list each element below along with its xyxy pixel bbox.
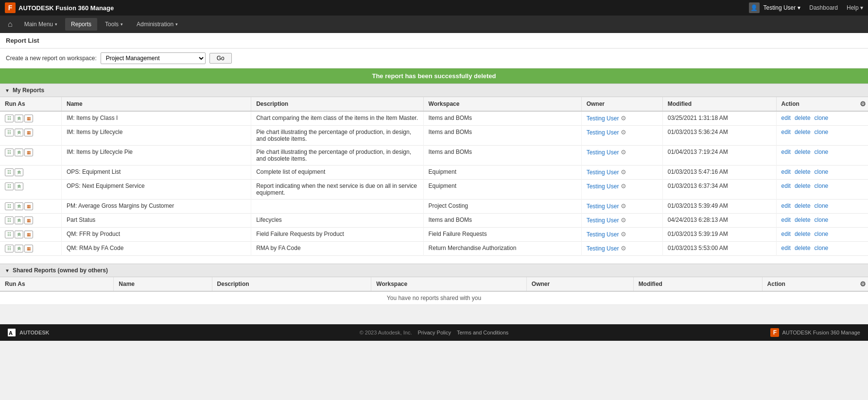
dashboard-link[interactable]: Dashboard	[809, 4, 838, 11]
home-icon[interactable]: ⌂	[4, 18, 17, 31]
my-reports-settings-icon[interactable]: ⚙	[860, 100, 866, 108]
action-delete-link[interactable]: delete	[795, 202, 811, 209]
report-settings-icon[interactable]: ⚙	[621, 231, 626, 238]
owner-link[interactable]: Testing User	[587, 169, 619, 176]
action-delete-link[interactable]: delete	[795, 231, 811, 237]
action-delete-link[interactable]: delete	[795, 183, 811, 189]
main-menu-label: Main Menu	[24, 21, 53, 28]
run-as-chart-icon[interactable]: ▦	[24, 231, 33, 238]
run-as-image-icon[interactable]: ⛤	[15, 149, 23, 156]
owner-link[interactable]: Testing User	[587, 149, 619, 156]
action-delete-link[interactable]: delete	[795, 245, 811, 251]
action-delete-link[interactable]: delete	[795, 149, 811, 155]
reports-nav[interactable]: Reports	[65, 18, 97, 31]
action-edit-link[interactable]: edit	[781, 115, 791, 121]
action-edit-link[interactable]: edit	[781, 129, 791, 135]
run-as-image-icon[interactable]: ⛤	[15, 231, 23, 238]
run-as-chart-icon[interactable]: ▦	[24, 245, 33, 252]
report-settings-icon[interactable]: ⚙	[621, 168, 626, 176]
action-delete-link[interactable]: delete	[795, 168, 811, 175]
report-settings-icon[interactable]: ⚙	[621, 183, 626, 190]
owner-link[interactable]: Testing User	[587, 115, 619, 122]
action-delete-link[interactable]: delete	[795, 115, 811, 121]
action-clone-link[interactable]: clone	[815, 149, 829, 155]
owner-link[interactable]: Testing User	[587, 231, 619, 238]
run-as-image-icon[interactable]: ⛤	[15, 183, 23, 190]
user-area[interactable]: 👤 Testing User ▾	[749, 2, 801, 13]
main-menu-nav[interactable]: Main Menu ▾	[18, 18, 63, 31]
action-clone-link[interactable]: clone	[815, 129, 829, 135]
action-clone-link[interactable]: clone	[815, 183, 829, 189]
footer-terms-link[interactable]: Terms and Conditions	[457, 330, 508, 335]
action-edit-link[interactable]: edit	[781, 168, 791, 175]
workspace-select[interactable]: Project Management Items and BOMs Equipm…	[101, 52, 206, 64]
user-icon: 👤	[749, 2, 760, 13]
action-edit-link[interactable]: edit	[781, 149, 791, 155]
report-settings-icon[interactable]: ⚙	[621, 245, 626, 252]
run-as-table-icon[interactable]: ☷	[5, 245, 14, 252]
action-delete-link[interactable]: delete	[795, 129, 811, 135]
shared-col-run-as: Run As	[0, 277, 114, 291]
col-description: Description	[251, 97, 423, 111]
go-button[interactable]: Go	[209, 53, 232, 64]
action-edit-link[interactable]: edit	[781, 183, 791, 189]
action-clone-link[interactable]: clone	[815, 202, 829, 209]
run-as-table-icon[interactable]: ☷	[5, 217, 14, 224]
footer: A AUTODESK © 2023 Autodesk, Inc. Privacy…	[0, 324, 868, 341]
run-as-image-icon[interactable]: ⛤	[15, 245, 23, 252]
run-as-image-icon[interactable]: ⛤	[15, 129, 23, 136]
shared-reports-section-header[interactable]: ▼ Shared Reports (owned by others)	[0, 264, 868, 277]
run-as-table-icon[interactable]: ☷	[5, 202, 14, 210]
help-menu[interactable]: Help ▾	[847, 4, 863, 11]
tools-nav[interactable]: Tools ▾	[99, 18, 129, 31]
run-as-chart-icon[interactable]: ▦	[24, 202, 33, 210]
run-as-table-icon[interactable]: ☷	[5, 115, 14, 122]
action-clone-link[interactable]: clone	[815, 115, 829, 121]
action-clone-link[interactable]: clone	[815, 231, 829, 237]
administration-nav[interactable]: Administration ▾	[131, 18, 184, 31]
run-as-chart-icon[interactable]: ▦	[24, 115, 33, 122]
report-settings-icon[interactable]: ⚙	[621, 202, 626, 210]
action-clone-link[interactable]: clone	[815, 245, 829, 251]
run-as-image-icon[interactable]: ⛤	[15, 115, 23, 122]
action-edit-link[interactable]: edit	[781, 245, 791, 251]
run-as-chart-icon[interactable]: ▦	[24, 217, 33, 224]
shared-reports-header-row: Run As Name Description Workspace Owner …	[0, 277, 868, 291]
action-edit-link[interactable]: edit	[781, 231, 791, 237]
action-links: edit delete clone	[781, 149, 863, 155]
owner-link[interactable]: Testing User	[587, 183, 619, 190]
run-as-table-icon[interactable]: ☷	[5, 149, 14, 156]
my-reports-section-header[interactable]: ▼ My Reports	[0, 83, 868, 97]
action-links: edit delete clone	[781, 202, 863, 209]
report-settings-icon[interactable]: ⚙	[621, 149, 626, 156]
report-action-cell: edit delete clone	[776, 180, 868, 200]
run-as-icons: ☷⛤▦	[5, 129, 56, 136]
run-as-table-icon[interactable]: ☷	[5, 168, 14, 176]
action-delete-link[interactable]: delete	[795, 217, 811, 223]
run-as-image-icon[interactable]: ⛤	[15, 217, 23, 224]
footer-privacy-link[interactable]: Privacy Policy	[417, 330, 451, 335]
run-as-table-icon[interactable]: ☷	[5, 183, 14, 190]
report-settings-icon[interactable]: ⚙	[621, 129, 626, 136]
action-edit-link[interactable]: edit	[781, 202, 791, 209]
run-as-table-icon[interactable]: ☷	[5, 231, 14, 238]
action-edit-link[interactable]: edit	[781, 217, 791, 223]
run-as-table-icon[interactable]: ☷	[5, 129, 14, 136]
run-as-image-icon[interactable]: ⛤	[15, 168, 23, 176]
owner-link[interactable]: Testing User	[587, 217, 619, 224]
action-links: edit delete clone	[781, 183, 863, 189]
owner-link[interactable]: Testing User	[587, 245, 619, 252]
action-clone-link[interactable]: clone	[815, 217, 829, 223]
run-as-chart-icon[interactable]: ▦	[24, 129, 33, 136]
run-as-chart-icon[interactable]: ▦	[24, 149, 33, 156]
run-as-image-icon[interactable]: ⛤	[15, 202, 23, 210]
report-settings-icon[interactable]: ⚙	[621, 115, 626, 122]
shared-reports-settings-icon[interactable]: ⚙	[860, 280, 866, 288]
run-as-icons: ☷⛤▦	[5, 231, 56, 238]
footer-left: A AUTODESK	[8, 329, 50, 336]
report-settings-icon[interactable]: ⚙	[621, 217, 626, 224]
action-clone-link[interactable]: clone	[815, 168, 829, 175]
owner-link[interactable]: Testing User	[587, 129, 619, 136]
footer-copyright: © 2023 Autodesk, Inc.	[360, 330, 412, 335]
owner-link[interactable]: Testing User	[587, 203, 619, 210]
